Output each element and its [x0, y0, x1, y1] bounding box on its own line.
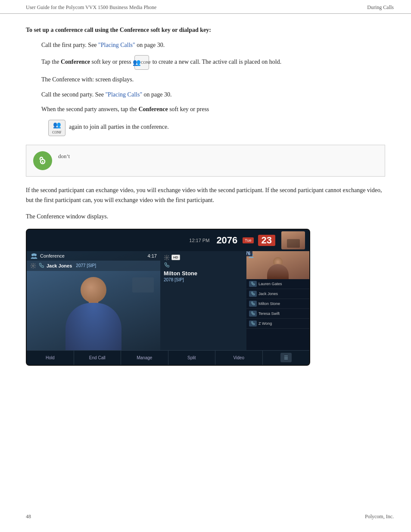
person-body	[65, 303, 121, 350]
call-icon-lauren	[249, 281, 257, 287]
contact-jack-jones[interactable]: Jack Jones	[246, 289, 309, 299]
gear-icon	[30, 263, 36, 269]
note-icon	[33, 151, 52, 170]
phone-inner: 12:17 PM 2076 Tue 23	[27, 230, 309, 365]
hd-badge: HD	[171, 255, 180, 260]
placing-calls-link-1[interactable]: "Placing Calls"	[98, 42, 135, 48]
section-heading: To set up a conference call using the Co…	[26, 27, 385, 34]
step-4: Call the second party. See "Placing Call…	[26, 90, 385, 100]
contact-name-teresa: Teresa Swift	[258, 311, 307, 316]
contact-z-wong[interactable]: Z Wong	[246, 319, 309, 329]
menu-icon: ☰	[280, 353, 292, 362]
person-figure	[57, 273, 130, 350]
softkey-end-call[interactable]: End Call	[74, 351, 121, 365]
step-5b: 👥 CONF again to join all parties in the …	[26, 120, 385, 136]
softkey-menu[interactable]: ☰	[263, 351, 310, 365]
main-content: To set up a conference call using the Co…	[0, 14, 411, 390]
milton-stone-sip: 2078 [SIP]	[164, 277, 243, 282]
conf-header-left: Conference	[30, 253, 65, 259]
person-head	[81, 277, 106, 303]
bg-monitor	[132, 277, 154, 292]
call-content: Conference 4:17	[27, 251, 309, 350]
page-footer: 48 Polycom, Inc.	[0, 510, 411, 523]
softkey-video[interactable]: Video	[215, 351, 263, 365]
video-area	[27, 271, 160, 350]
middle-top-row: HD	[164, 255, 243, 261]
step-1: Call the first party. See "Placing Calls…	[26, 40, 385, 50]
conference-header: Conference 4:17	[27, 251, 160, 261]
gear-icon-2	[164, 255, 170, 261]
top-right-thumb	[281, 231, 305, 249]
softkey-hold[interactable]: Hold	[27, 351, 74, 365]
right-video-thumb: 2076	[246, 251, 309, 279]
step-3: The Conference with: screen displays.	[26, 75, 385, 84]
softkey-bar: Hold End Call Manage Split Video ☰	[27, 350, 309, 365]
thumb-badge-area: 2076	[248, 253, 254, 258]
conf-icon-inline-1: 👥CONF	[134, 55, 149, 70]
contact-list: Lauren Gates Jack Jones	[246, 279, 309, 329]
contact-lauren-gates[interactable]: Lauren Gates	[246, 279, 309, 289]
call-icon-zwong	[249, 320, 257, 327]
softkey-split[interactable]: Split	[168, 351, 216, 365]
contact-milton-stone[interactable]: Milton Stone	[246, 299, 309, 309]
conf-block-icon: 👥 CONF	[48, 120, 65, 136]
contact-teresa-swift[interactable]: Teresa Swift	[246, 309, 309, 319]
company-name: Polycom, Inc.	[365, 513, 394, 520]
call-icon-milton	[249, 301, 257, 307]
note-box: don’t	[26, 145, 385, 177]
phone-screenshot: 12:17 PM 2076 Tue 23	[26, 229, 310, 366]
conference-icon	[30, 253, 38, 259]
call-icon-jack	[249, 291, 257, 297]
svg-point-5	[32, 265, 34, 267]
date-day: Tue	[243, 237, 253, 243]
step-2: Tap the Conference soft key or press 👥CO…	[26, 55, 385, 70]
phone-time: 12:17 PM	[189, 238, 209, 243]
header-left: User Guide for the Polycom VVX 1500 Busi…	[26, 4, 156, 11]
contact-name-jack: Jack Jones	[258, 292, 307, 296]
note-text: don’t	[58, 151, 70, 161]
header-right: During Calls	[367, 4, 394, 11]
conference-timer: 4:17	[148, 253, 157, 258]
placing-calls-link-2[interactable]: "Placing Calls"	[105, 91, 142, 98]
contact-name-milton: Milton Stone	[258, 302, 307, 306]
page-number: 48	[26, 513, 31, 520]
thumb-person	[265, 255, 291, 279]
left-section: Conference 4:17	[27, 251, 160, 350]
jack-jones-sip: 2077 [SIP]	[76, 263, 96, 268]
phone-icon-2	[164, 262, 170, 268]
thumb-body	[267, 264, 289, 279]
svg-point-6	[166, 257, 168, 258]
right-section: 2076 Lauren Gates	[246, 251, 309, 350]
phone-number: 2076	[216, 235, 237, 246]
body-para-1: If the second participant can exchange v…	[26, 185, 385, 206]
step-5: When the second party answers, tap the C…	[26, 105, 385, 114]
page-header: User Guide for the Polycom VVX 1500 Busi…	[0, 0, 411, 14]
phone-icon	[38, 263, 44, 269]
call-icon-teresa	[249, 311, 257, 317]
right-number: 2076	[246, 251, 252, 256]
svg-point-4	[33, 253, 35, 255]
body-para-2: The Conference window displays.	[26, 212, 385, 222]
jack-jones-row: Jack Jones 2077 [SIP]	[27, 261, 160, 271]
middle-phone-row	[164, 262, 243, 268]
contact-name-lauren: Lauren Gates	[258, 282, 307, 286]
date-number: 23	[258, 235, 275, 246]
jack-jones-name: Jack Jones	[47, 263, 72, 268]
milton-stone-name: Milton Stone	[164, 270, 243, 277]
contact-name-zwong: Z Wong	[258, 321, 307, 326]
phone-status-bar: 12:17 PM 2076 Tue 23	[27, 230, 309, 251]
conference-label: Conference	[40, 253, 65, 258]
middle-section: HD Milton Stone 2078 [SIP]	[160, 251, 246, 350]
softkey-manage[interactable]: Manage	[121, 351, 168, 365]
